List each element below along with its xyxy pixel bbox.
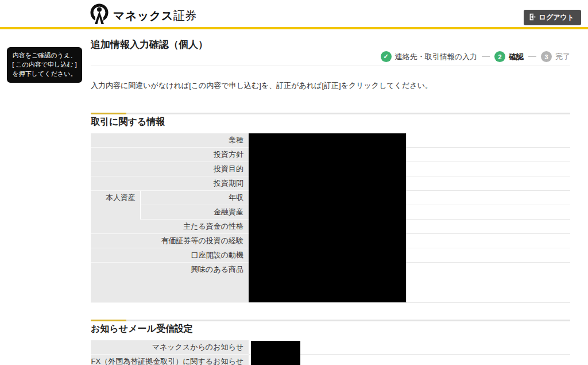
row-label: 年収: [140, 191, 249, 205]
row-label: 投資目的: [91, 162, 249, 176]
step-connector: [482, 56, 490, 57]
step-label: 確認: [509, 52, 524, 62]
step-number-badge: 3: [541, 51, 552, 62]
step-label: 連絡先・取引情報の入力: [395, 52, 477, 62]
section-title-trade: 取引に関する情報: [91, 116, 165, 128]
row-label: 口座開設の動機: [91, 248, 249, 263]
row-label: 金融資産: [140, 205, 249, 220]
step-connector: [528, 56, 536, 57]
row-label: マネックスからのお知らせ: [91, 340, 249, 355]
row-label: FX（外国為替証拠金取引）に関するお知らせ ※: [91, 355, 249, 365]
logout-label: ログアウト: [539, 13, 574, 22]
monex-logo-icon: [89, 3, 110, 28]
page-title: 追加情報入力確認（個人）: [91, 38, 208, 51]
step-contact-input: ✓ 連絡先・取引情報の入力: [381, 51, 477, 62]
redacted-value-block: [249, 133, 406, 302]
site-header: マネックス証券 ログアウト: [0, 0, 588, 29]
notice-line: 内容をご確認のうえ、: [9, 51, 80, 60]
row-label: 有価証券等の投資の経験: [91, 234, 249, 248]
step-number-badge: 2: [494, 51, 505, 62]
notice-line: を押下してください。: [9, 70, 80, 79]
table-row: マネックスからのお知らせ: [91, 340, 570, 355]
redacted-value-block: [251, 341, 300, 365]
page-root: マネックス証券 ログアウト 内容をご確認のうえ、 [ この内容で申し込む ] を…: [0, 0, 588, 365]
row-label: 投資期間: [91, 176, 249, 191]
row-label: 主たる資金の性格: [91, 220, 249, 234]
section-accent-line: [91, 320, 570, 321]
section-accent-line: [91, 113, 570, 114]
logout-icon: [529, 13, 536, 22]
confirm-notice-box: 内容をご確認のうえ、 [ この内容で申し込む ] を押下してください。: [7, 47, 82, 83]
row-label: 興味のある商品: [91, 263, 249, 303]
table-row: FX（外国為替証拠金取引）に関するお知らせ ※: [91, 355, 570, 365]
mail-settings-table: マネックスからのお知らせ FX（外国為替証拠金取引）に関するお知らせ ※: [91, 340, 570, 365]
section-title-mail: お知らせメール受信設定: [91, 323, 193, 335]
notice-line: [ この内容で申し込む ]: [9, 60, 80, 70]
row-label: 業種: [91, 133, 249, 148]
row-label: 投資方針: [91, 148, 249, 162]
brand-logo[interactable]: マネックス証券: [89, 3, 197, 28]
step-confirm: 2 確認: [494, 51, 524, 62]
progress-steps: ✓ 連絡先・取引情報の入力 2 確認 3 完了: [381, 51, 570, 62]
step-label: 完了: [555, 52, 570, 62]
value-column-divider: [407, 133, 407, 303]
logout-button[interactable]: ログアウト: [524, 10, 581, 25]
trade-info-table: 業種 投資方針 投資目的 投資期間 本人資産 年収 金融資産 主たる資金の性格: [91, 133, 570, 303]
row-group-label: 本人資産: [91, 191, 140, 205]
instruction-text: 入力内容に間違いがなければ[この内容で申し込む]を、訂正があれば[訂正]をクリッ…: [91, 80, 432, 91]
brand-name: マネックス証券: [113, 8, 197, 24]
step-done-check-icon: ✓: [381, 51, 392, 62]
title-separator: [91, 66, 570, 66]
row-group-spacer: [91, 205, 140, 220]
step-complete: 3 完了: [541, 51, 570, 62]
